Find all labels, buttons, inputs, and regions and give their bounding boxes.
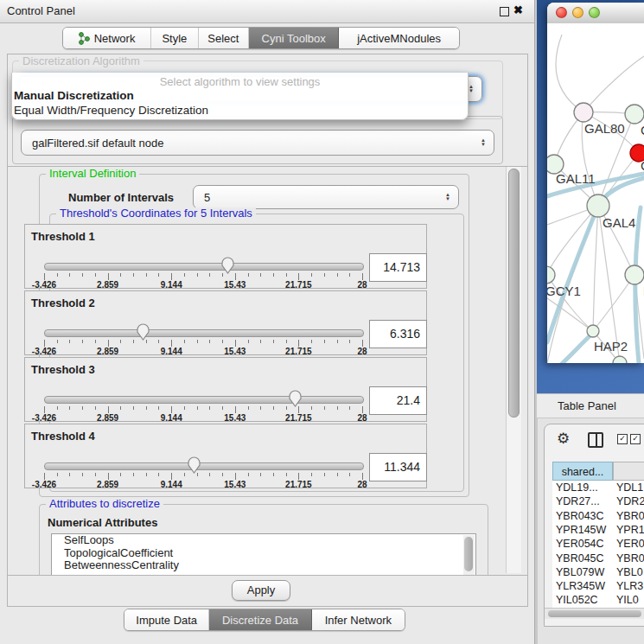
tab-jactivemnodules[interactable]: jActiveMNodules bbox=[339, 28, 459, 48]
threshold-value-field[interactable]: 6.316 bbox=[369, 320, 427, 348]
network-node-hap2[interactable] bbox=[587, 325, 599, 337]
algorithm-option-manual[interactable]: Manual Discretization bbox=[14, 89, 134, 102]
table-row[interactable]: YLR345W YLR3 bbox=[552, 579, 644, 593]
attributes-scrollbar-thumb[interactable] bbox=[464, 537, 473, 571]
table-cell-name[interactable]: YBR0 bbox=[616, 552, 644, 565]
table-cell-shared-name[interactable]: YBR043C bbox=[556, 509, 604, 523]
tab-cyni-toolbox[interactable]: Cyni Toolbox bbox=[249, 28, 339, 48]
zoom-traffic-light[interactable] bbox=[589, 7, 600, 18]
close-icon[interactable]: ✖ bbox=[513, 3, 523, 16]
slider-tick bbox=[146, 406, 147, 410]
table-cell-shared-name[interactable]: YIL052C bbox=[556, 593, 598, 607]
table-row[interactable]: YPR145W YPR1 bbox=[552, 523, 644, 537]
table-cell-name[interactable]: YPR1 bbox=[616, 523, 644, 537]
attribute-item[interactable]: TopologicalCoefficient bbox=[52, 547, 475, 560]
slider-tick bbox=[235, 273, 236, 280]
table-cell-shared-name[interactable]: YBR045C bbox=[556, 552, 604, 565]
settings-scrollbar-thumb[interactable] bbox=[508, 169, 520, 418]
network-node-gal4[interactable] bbox=[587, 194, 609, 217]
table-cell-shared-name[interactable]: YDR27... bbox=[556, 494, 600, 508]
threshold-slider[interactable] bbox=[44, 263, 364, 271]
threshold-panel: Threshold 3 -3.4262.8599.14415.4321.7152… bbox=[24, 357, 427, 422]
table-row[interactable]: YDL19... YDL1 bbox=[552, 481, 644, 494]
slider-tick-label: 15.43 bbox=[224, 413, 245, 423]
network-canvas[interactable]: GAL80GCGAL11GAL4GCY1HHAP2 bbox=[547, 23, 644, 363]
checkbox-icon[interactable]: ✓ bbox=[617, 434, 628, 444]
tab-infer-network[interactable]: Infer Network bbox=[312, 609, 405, 630]
table-cell-shared-name[interactable]: YDL19... bbox=[556, 481, 598, 494]
table-cell-shared-name[interactable]: YPR145W bbox=[556, 523, 606, 537]
table-row[interactable]: YBR043C YBR0 bbox=[552, 509, 644, 523]
close-traffic-light[interactable] bbox=[556, 7, 567, 18]
numerical-attributes-list[interactable]: SelfLoopsTopologicalCoefficientBetweenne… bbox=[51, 533, 476, 576]
slider-tick bbox=[184, 340, 185, 343]
number-of-intervals-combobox[interactable]: 5 ▲▼ bbox=[193, 185, 459, 209]
application-window: Control Panel ✖ Network bbox=[0, 0, 644, 644]
checkbox-icon[interactable]: ✓ bbox=[630, 434, 641, 444]
table-cell-shared-name[interactable]: YBL079W bbox=[556, 565, 604, 579]
tab-style[interactable]: Style bbox=[151, 28, 199, 48]
table-row[interactable]: YBL079W YBL0 bbox=[552, 565, 644, 579]
slider-tick bbox=[108, 473, 109, 480]
columns-icon[interactable] bbox=[588, 432, 603, 448]
network-graph: GAL80GCGAL11GAL4GCY1HHAP2 bbox=[547, 23, 644, 363]
network-node-gcy1[interactable] bbox=[547, 266, 555, 284]
table-cell-name[interactable]: YIL0 bbox=[616, 593, 639, 607]
column-header-name[interactable]: n bbox=[613, 462, 644, 481]
slider-tick bbox=[324, 406, 325, 410]
threshold-value-field[interactable]: 11.344 bbox=[369, 453, 427, 481]
algorithm-option-equal-width[interactable]: Equal Width/Frequency Discretization bbox=[14, 104, 208, 117]
slider-tick bbox=[171, 340, 172, 347]
slider-tick bbox=[349, 273, 350, 277]
minimize-traffic-light[interactable] bbox=[572, 7, 583, 18]
slider-tick bbox=[82, 473, 83, 476]
float-window-icon[interactable] bbox=[500, 7, 509, 16]
table-cell-name[interactable]: YLR3 bbox=[616, 579, 643, 593]
table-row[interactable]: YIL052C YIL0 bbox=[552, 593, 644, 607]
table-cell-name[interactable]: YDR2 bbox=[616, 494, 644, 508]
threshold-value-field[interactable]: 21.4 bbox=[369, 386, 427, 415]
network-window-titlebar[interactable] bbox=[547, 3, 644, 24]
threshold-label: Threshold 2 bbox=[31, 296, 95, 309]
slider-tick-label: 28 bbox=[357, 347, 367, 356]
column-header-shared-name[interactable]: shared... bbox=[552, 462, 613, 481]
slider-tick bbox=[349, 340, 350, 343]
table-cell-shared-name[interactable]: YLR345W bbox=[556, 579, 605, 593]
tab-impute-data[interactable]: Impute Data bbox=[124, 609, 209, 630]
slider-tick bbox=[222, 273, 223, 277]
table-cell-name[interactable]: YDL1 bbox=[616, 481, 643, 494]
tab-discretize-data[interactable]: Discretize Data bbox=[209, 609, 311, 630]
threshold-slider[interactable] bbox=[44, 462, 364, 470]
table-cell-shared-name[interactable]: YER054C bbox=[556, 537, 604, 551]
table-cell-name[interactable]: YBR0 bbox=[616, 509, 644, 523]
slider-tick bbox=[235, 406, 236, 413]
table-horizontal-scrollbar[interactable] bbox=[545, 608, 644, 619]
apply-button[interactable]: Apply bbox=[232, 580, 290, 601]
table-row[interactable]: YBR045C YBR0 bbox=[552, 552, 644, 565]
slider-tick-labels: -3.4262.8599.14415.4321.71528 bbox=[44, 413, 362, 423]
slider-tick-labels: -3.4262.8599.14415.4321.71528 bbox=[44, 280, 362, 290]
attribute-item[interactable]: BetweennessCentrality bbox=[52, 559, 475, 572]
table-cell-name[interactable]: YBL0 bbox=[616, 565, 643, 579]
table-cell-name[interactable]: YER0 bbox=[616, 537, 644, 551]
attribute-item[interactable]: SelfLoops bbox=[52, 534, 475, 547]
tab-network[interactable]: Network bbox=[63, 28, 151, 48]
table-data-combobox[interactable]: galFiltered.sif default node ▲▼ bbox=[21, 130, 494, 156]
slider-tick-label: -3.426 bbox=[32, 480, 56, 489]
slider-tick bbox=[235, 340, 236, 347]
network-node-h[interactable] bbox=[625, 265, 644, 284]
gear-icon[interactable]: ⚙ bbox=[557, 430, 570, 448]
network-node-g[interactable] bbox=[625, 105, 644, 124]
attributes-scrollbar[interactable] bbox=[463, 535, 475, 576]
threshold-slider[interactable] bbox=[44, 329, 364, 337]
table-row[interactable]: YER054C YER0 bbox=[552, 537, 644, 551]
threshold-slider[interactable] bbox=[44, 396, 364, 404]
tab-select[interactable]: Select bbox=[199, 28, 250, 48]
network-node-gal80[interactable] bbox=[574, 103, 593, 122]
slider-tick bbox=[248, 473, 249, 476]
settings-vertical-scrollbar[interactable] bbox=[506, 167, 521, 573]
slider-tick bbox=[171, 273, 172, 280]
table-scrollbar-thumb[interactable] bbox=[548, 610, 641, 617]
threshold-value-field[interactable]: 14.713 bbox=[369, 253, 427, 282]
table-row[interactable]: YDR27... YDR2 bbox=[552, 494, 644, 508]
